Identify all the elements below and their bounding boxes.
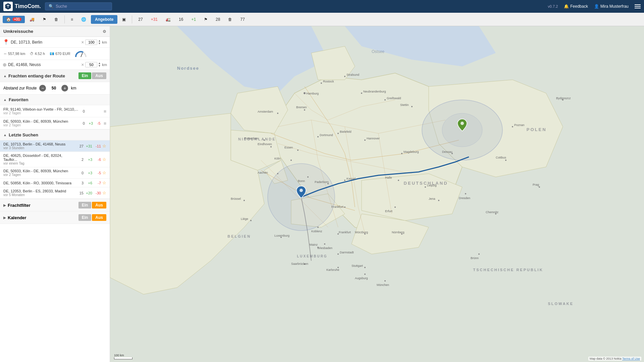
- fav-item-0[interactable]: FR, 91140, Villebon-sur-Yvette - FR, 341…: [0, 105, 110, 117]
- search-text-1: DE, 40625, Düsseldorf - DE, 82024, Taufk…: [3, 154, 76, 162]
- tab-home[interactable]: 🏠 +31: [3, 16, 25, 23]
- route-distance: ↔ 557,98 km: [3, 52, 25, 56]
- svg-point-28: [344, 206, 345, 208]
- svg-text:Erfurt: Erfurt: [385, 209, 393, 213]
- feedback-button[interactable]: 🔔 Feedback: [564, 4, 588, 9]
- tab-menu-icon[interactable]: ≡: [67, 16, 76, 23]
- from-location-input[interactable]: [11, 40, 80, 45]
- svg-text:Prag: Prag: [533, 183, 539, 186]
- fav-menu-0[interactable]: ≡: [104, 109, 106, 114]
- fav-menu-1[interactable]: ≡: [104, 121, 106, 126]
- search-text-0: DE, 10713, Berlin - DE, 41468, Neuss: [3, 142, 76, 146]
- search-star-4[interactable]: ☆: [102, 190, 106, 195]
- search-text-3: DE, 50858, Köln - RO, 300000, Timisoara: [3, 181, 76, 185]
- search-bar[interactable]: 🔍 Suche: [45, 2, 112, 10]
- svg-point-56: [505, 160, 506, 161]
- svg-point-68: [280, 237, 282, 238]
- frachtfilter-ein-button[interactable]: Ein: [78, 202, 92, 208]
- kalender-label[interactable]: ▶ Kalender: [3, 215, 26, 220]
- tab-count-16[interactable]: 16: [175, 16, 186, 23]
- logo[interactable]: TimoCom.: [3, 2, 41, 11]
- search-item-3[interactable]: DE, 50858, Köln - RO, 300000, Timisoara …: [0, 179, 110, 187]
- map-background: Hamburg Amsterdam Rotterdam Dortmund Bie…: [110, 26, 644, 362]
- fav-item-1[interactable]: DE, 50933, Köln - DE, 80939, München vor…: [0, 117, 110, 129]
- tab-flag2[interactable]: ⚑: [201, 16, 211, 23]
- tschechische-label: TSCHECHISCHE REPUBLIK: [473, 268, 543, 272]
- svg-text:Hamburg: Hamburg: [306, 92, 319, 95]
- to-radius-input[interactable]: [85, 62, 97, 67]
- frachten-chevron[interactable]: ▲ Frachten entlang der Route: [3, 73, 65, 78]
- tab-count-27[interactable]: 27: [135, 16, 146, 23]
- search-item-0[interactable]: DE, 10713, Berlin - DE, 41468, Neuss vor…: [0, 140, 110, 152]
- svg-point-72: [324, 243, 325, 245]
- svg-text:Luxemburg: Luxemburg: [274, 234, 289, 237]
- tab-plus31[interactable]: +31: [148, 16, 161, 23]
- map-container[interactable]: Hamburg Amsterdam Rotterdam Dortmund Bie…: [110, 26, 644, 362]
- tab-trash[interactable]: 🗑: [51, 16, 62, 23]
- tab-count-28[interactable]: 28: [212, 16, 223, 23]
- svg-point-40: [451, 153, 453, 154]
- svg-text:Rostock: Rostock: [323, 80, 334, 83]
- search-star-2[interactable]: ☆: [102, 170, 106, 175]
- route-chart: [75, 50, 87, 58]
- from-radius-input[interactable]: [85, 40, 97, 45]
- time-value: 4.52 h: [35, 52, 45, 56]
- svg-line-0: [81, 53, 83, 57]
- tab-globe[interactable]: 🌐: [78, 16, 90, 23]
- svg-point-92: [304, 109, 305, 111]
- tab-truck[interactable]: 🚚: [26, 16, 38, 23]
- to-location-input[interactable]: [8, 62, 80, 67]
- user-menu[interactable]: 👤 Mira Musterfrau: [594, 4, 629, 9]
- svg-text:Leipzig: Leipzig: [427, 184, 437, 187]
- search-star-0[interactable]: ☆: [102, 143, 106, 148]
- svg-point-46: [394, 206, 396, 208]
- to-radius-arrows[interactable]: ▲ ▼: [98, 62, 101, 67]
- search-item-4[interactable]: DE, 12053, Berlin - ES, 28033, Madrid vo…: [0, 187, 110, 199]
- svg-text:Darmstadt: Darmstadt: [340, 251, 354, 254]
- tab-trash2[interactable]: 🗑: [225, 16, 235, 23]
- tab-count-77[interactable]: 77: [237, 16, 248, 23]
- tab-plus1[interactable]: +1: [188, 16, 199, 23]
- to-clear-button[interactable]: ×: [81, 62, 84, 67]
- svg-point-52: [364, 267, 366, 268]
- search-item-1[interactable]: DE, 40625, Düsseldorf - DE, 82024, Taufk…: [0, 152, 110, 167]
- svg-text:Karlsruhe: Karlsruhe: [326, 268, 339, 272]
- from-radius-arrows[interactable]: ▲ ▼: [98, 40, 101, 45]
- svg-text:Essen: Essen: [284, 146, 293, 149]
- home-icon: 🏠: [6, 17, 11, 22]
- frachtfilter-aus-button[interactable]: Aus: [92, 202, 106, 208]
- favoriten-header[interactable]: ▲ Favoriten: [0, 95, 110, 105]
- kalender-ein-button[interactable]: Ein: [78, 214, 92, 221]
- settings-icon[interactable]: ⚙: [103, 29, 106, 34]
- svg-point-50: [401, 233, 402, 235]
- search-count-0: 27: [77, 144, 84, 148]
- frachten-aus-button[interactable]: Aus: [92, 72, 106, 79]
- svg-point-66: [244, 200, 245, 201]
- frachten-ein-button[interactable]: Ein: [78, 72, 92, 79]
- abstand-minus-button[interactable]: −: [39, 85, 46, 92]
- letzte-suchen-header[interactable]: ▲ Letzte Suchen: [0, 130, 110, 140]
- search-star-1[interactable]: ☆: [102, 157, 106, 162]
- terms-link[interactable]: Terms of Use: [622, 357, 640, 360]
- svg-text:Dessau: Dessau: [442, 150, 452, 154]
- search-star-3[interactable]: ☆: [102, 180, 106, 185]
- tab-flag[interactable]: ⚑: [39, 16, 50, 23]
- fav-count-1: 0: [82, 121, 86, 125]
- frachtfilter-label[interactable]: ▶ Frachtfilter: [3, 203, 31, 208]
- attribution-text: Map data © 2013 Nokia: [590, 357, 622, 360]
- tab-angebote[interactable]: Angebote: [91, 15, 117, 24]
- letzte-chevron-icon: ▲: [3, 133, 7, 137]
- from-radius-control: ▲ ▼: [85, 40, 101, 45]
- svg-point-14: [317, 136, 319, 137]
- abstand-value: 50: [49, 86, 59, 90]
- polen-label: POLEN: [527, 127, 547, 132]
- fav-plus-1: +3: [88, 121, 94, 125]
- kalender-aus-button[interactable]: Aus: [92, 214, 106, 221]
- from-clear-button[interactable]: ×: [81, 40, 84, 45]
- abstand-plus-button[interactable]: +: [61, 85, 68, 92]
- tab-square[interactable]: ▣: [119, 16, 129, 23]
- search-item-2[interactable]: DE, 50933, Köln - DE, 80939, München vor…: [0, 167, 110, 179]
- trash2-icon: 🗑: [228, 17, 232, 22]
- hamburger-menu[interactable]: [635, 4, 641, 8]
- tab-truck2[interactable]: 🚛: [162, 16, 174, 23]
